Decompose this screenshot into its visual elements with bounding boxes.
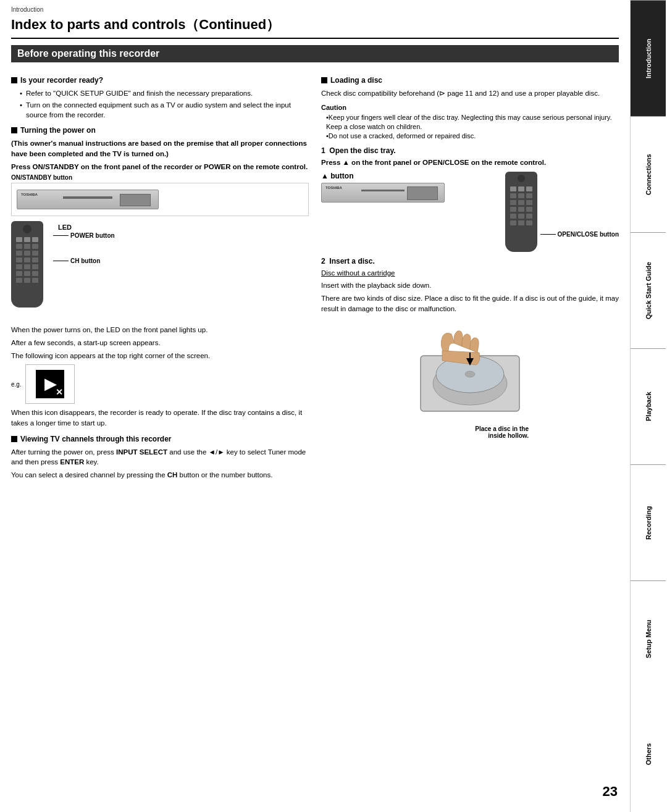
black-square-icon-2 — [321, 77, 327, 83]
turning-power-header: Turning the power on — [20, 126, 96, 135]
icon-box: ▶ ✕ — [25, 364, 75, 404]
recorder-slot — [63, 196, 112, 199]
remote-top-circle — [23, 225, 31, 233]
open-close-text: OPEN/CLOSE button — [558, 231, 619, 238]
recorder-with-eject: ▲ button TOSHIBA — [321, 172, 499, 205]
turning-power-bold: (This owner's manual instructions are ba… — [11, 138, 309, 159]
remote-image — [11, 221, 48, 320]
recorder-ready-bullets: Refer to "QUICK SETUP GUIDE" and finish … — [11, 88, 309, 120]
page-title: Index to parts and controls（Continued） — [11, 15, 619, 39]
x-icon: ✕ — [56, 387, 63, 397]
step1-number: 1 Open the disc tray. — [321, 146, 619, 155]
sidebar-item-quick-start[interactable]: Quick Start Guide — [631, 232, 666, 348]
step1-press-text: Press ▲ on the front panel or OPEN/CLOSE… — [321, 157, 619, 168]
bullet-item: Refer to "QUICK SETUP GUIDE" and finish … — [20, 88, 309, 98]
black-square-icon — [11, 127, 17, 133]
remote-diagram-area: LED POWER button CH button — [11, 221, 309, 320]
breadcrumb: Introduction — [11, 6, 619, 13]
loading-disc-text: Check disc compatibility beforehand (⊳ p… — [321, 88, 619, 99]
sidebar-item-recording[interactable]: Recording — [631, 464, 666, 580]
disc-svg — [408, 319, 532, 424]
viewing-tv-section: Viewing TV channels through this recorde… — [11, 435, 309, 443]
remote-shape — [11, 221, 43, 308]
viewing-tv-text2: You can select a desired channel by pres… — [11, 470, 309, 480]
black-square-icon-3 — [11, 436, 17, 442]
step2-number: 2 Insert a disc. — [321, 257, 619, 266]
place-caption: Place a disc in the inside hollow. — [408, 425, 532, 439]
recorder-small-image: TOSHIBA — [321, 183, 445, 203]
open-close-label: OPEN/CLOSE button — [540, 231, 619, 238]
caution-title: Caution — [321, 104, 619, 111]
ch-button-label-row: CH button — [53, 257, 115, 264]
display2 — [407, 186, 438, 200]
disappear-text: When this icon disappears, the recorder … — [11, 408, 309, 428]
sidebar-item-playback[interactable]: Playback — [631, 348, 666, 464]
caution-text-2: •Do not use a cracked, deformed or repai… — [321, 132, 619, 141]
eject-label-row: ▲ button — [321, 172, 499, 180]
remote-buttons — [14, 237, 41, 285]
step2-text2: There are two kinds of disc size. Place … — [321, 293, 619, 314]
caution-box: Caution •Keep your fingers well clear of… — [321, 104, 619, 141]
play-icon: ▶ — [44, 375, 56, 393]
recorder-front-image: TOSHIBA — [17, 190, 159, 209]
right-column: Loading a disc Check disc compatibility … — [321, 70, 619, 483]
power-button-label-row: POWER button — [53, 232, 115, 239]
recorder-diagram: TOSHIBA — [11, 183, 309, 216]
label-line-2 — [53, 261, 69, 261]
sidebar-item-introduction[interactable]: Introduction — [631, 0, 666, 116]
remote-step1: OPEN/CLOSE button — [505, 172, 619, 252]
recorder-logo2: TOSHIBA — [325, 186, 342, 190]
step1: 1 Open the disc tray. Press ▲ on the fro… — [321, 146, 619, 252]
turning-power-section: Turning the power on — [11, 126, 309, 135]
step2: 2 Insert a disc. Disc without a cartridg… — [321, 257, 619, 430]
caution-text-1: •Keep your fingers well clear of the dis… — [321, 113, 619, 132]
slot2 — [361, 190, 405, 191]
open-close-label-col: OPEN/CLOSE button — [540, 172, 619, 252]
page-number: 23 — [603, 784, 618, 800]
recorder-ready-header: Is your recorder ready? — [20, 76, 103, 85]
loading-disc-section: Loading a disc — [321, 76, 619, 85]
recorder-display — [120, 194, 151, 206]
after-text2: After a few seconds, a start-up screen a… — [11, 338, 309, 348]
step1-title: Open the disc tray. — [329, 146, 395, 155]
after-text3: The following icon appears at the top ri… — [11, 351, 309, 361]
black-square-icon — [11, 77, 17, 83]
eg-area: e.g. ▶ ✕ — [11, 364, 309, 404]
remote-buttons2 — [508, 186, 535, 227]
viewing-tv-header: Viewing TV channels through this recorde… — [20, 435, 172, 443]
viewing-tv-text1: After turning the power on, press INPUT … — [11, 447, 309, 467]
icon-symbol: ▶ ✕ — [36, 370, 64, 398]
sidebar-item-setup-menu[interactable]: Setup Menu — [631, 580, 666, 697]
power-button-label: POWER button — [70, 232, 115, 239]
section-title: Before operating this recorder — [11, 45, 619, 62]
step2-text1: Insert with the playback side down. — [321, 280, 619, 291]
svg-point-3 — [465, 371, 475, 377]
step1-diagram: ▲ button TOSHIBA — [321, 172, 619, 252]
step2-title: Insert a disc. — [329, 257, 374, 266]
disc-without-cartridge: Disc without a cartridge — [321, 268, 619, 278]
recorder-ready-section: Is your recorder ready? — [11, 76, 309, 85]
left-column: Is your recorder ready? Refer to "QUICK … — [11, 70, 309, 483]
eject-button-label: ▲ button — [321, 172, 354, 180]
after-text1: When the power turns on, the LED on the … — [11, 325, 309, 335]
sidebar-item-others[interactable]: Others — [631, 697, 666, 812]
bullet-item: Turn on the connected equipment such as … — [20, 100, 309, 120]
label-line3 — [540, 234, 556, 235]
remote-labels: LED POWER button CH button — [53, 221, 115, 264]
disc-illustration: Place a disc in the inside hollow. — [408, 319, 532, 430]
remote-top2 — [518, 175, 525, 182]
remote-shape2 — [505, 172, 537, 252]
led-label: LED — [58, 224, 115, 231]
recorder-logo: TOSHIBA — [21, 193, 38, 196]
sidebar: Introduction Connections Quick Start Gui… — [630, 0, 666, 812]
sidebar-item-connections[interactable]: Connections — [631, 116, 666, 232]
press-on-standby-text: Press ON/STANDBY on the front panel of t… — [11, 162, 309, 172]
ch-button-label: CH button — [70, 257, 100, 264]
loading-disc-header: Loading a disc — [330, 76, 382, 85]
eg-label: e.g. — [11, 381, 22, 388]
label-line — [53, 235, 69, 236]
on-standby-label: ON/STANDBY button — [11, 174, 309, 181]
